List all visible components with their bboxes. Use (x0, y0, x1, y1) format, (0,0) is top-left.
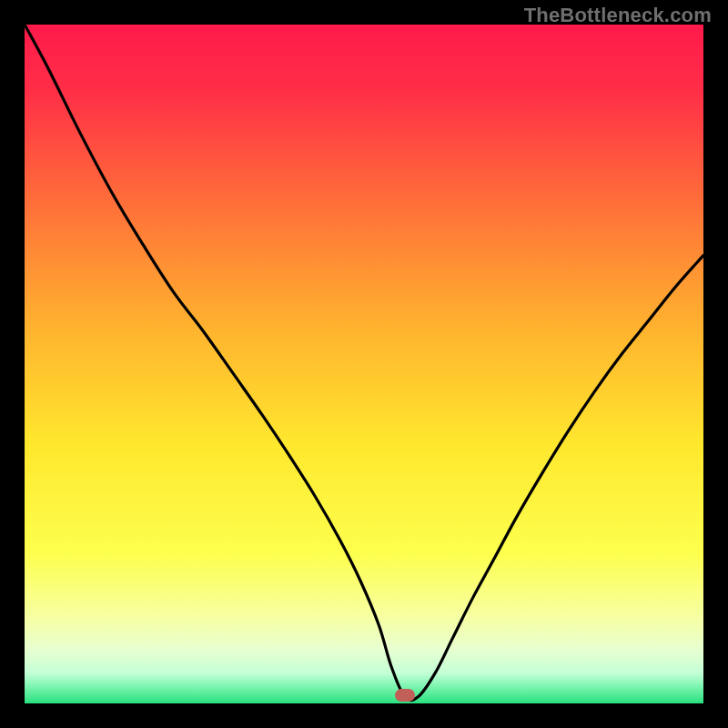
optimal-marker (395, 689, 415, 702)
bottleneck-curve (25, 25, 703, 703)
chart-container: TheBottleneck.com (0, 0, 728, 728)
plot-area (25, 25, 703, 703)
